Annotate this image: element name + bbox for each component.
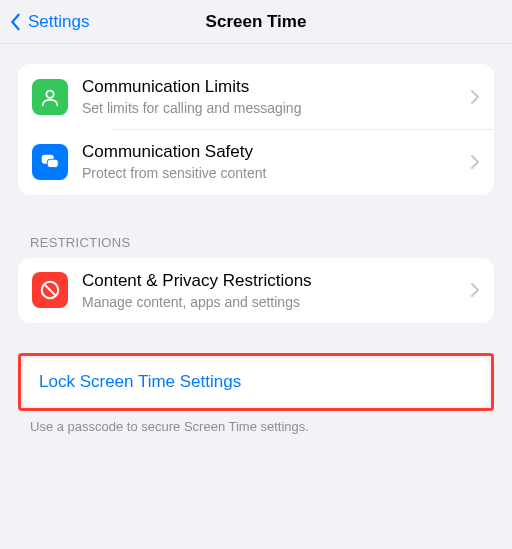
row-text: Content & Privacy Restrictions Manage co…	[82, 270, 462, 311]
contact-icon	[32, 79, 68, 115]
back-button[interactable]: Settings	[0, 12, 89, 32]
chevron-right-icon	[470, 89, 480, 105]
lock-label: Lock Screen Time Settings	[39, 372, 241, 391]
lock-footer: Use a passcode to secure Screen Time set…	[0, 411, 512, 434]
row-title: Communication Safety	[82, 141, 462, 163]
lock-section: Lock Screen Time Settings Use a passcode…	[0, 353, 512, 434]
chevron-right-icon	[470, 282, 480, 298]
communication-group: Communication Limits Set limits for call…	[18, 64, 494, 195]
highlight-annotation: Lock Screen Time Settings	[18, 353, 494, 411]
chevron-right-icon	[470, 154, 480, 170]
lock-screen-time-button[interactable]: Lock Screen Time Settings	[23, 358, 489, 406]
communication-section: Communication Limits Set limits for call…	[0, 64, 512, 195]
svg-line-4	[45, 285, 56, 296]
back-label: Settings	[28, 12, 89, 32]
row-title: Content & Privacy Restrictions	[82, 270, 462, 292]
no-entry-icon	[32, 272, 68, 308]
communication-safety-row[interactable]: Communication Safety Protect from sensit…	[18, 129, 494, 194]
row-text: Communication Safety Protect from sensit…	[82, 141, 462, 182]
row-subtitle: Manage content, apps and settings	[82, 293, 462, 311]
restrictions-section: RESTRICTIONS Content & Privacy Restricti…	[0, 235, 512, 323]
restrictions-group: Content & Privacy Restrictions Manage co…	[18, 258, 494, 323]
chevron-left-icon	[6, 13, 24, 31]
row-subtitle: Set limits for calling and messaging	[82, 99, 462, 117]
svg-point-0	[46, 90, 53, 97]
svg-rect-2	[47, 159, 58, 167]
nav-bar: Settings Screen Time	[0, 0, 512, 44]
restrictions-header: RESTRICTIONS	[0, 235, 512, 258]
row-subtitle: Protect from sensitive content	[82, 164, 462, 182]
row-text: Communication Limits Set limits for call…	[82, 76, 462, 117]
row-title: Communication Limits	[82, 76, 462, 98]
content-privacy-row[interactable]: Content & Privacy Restrictions Manage co…	[18, 258, 494, 323]
chat-bubbles-icon	[32, 144, 68, 180]
communication-limits-row[interactable]: Communication Limits Set limits for call…	[18, 64, 494, 129]
